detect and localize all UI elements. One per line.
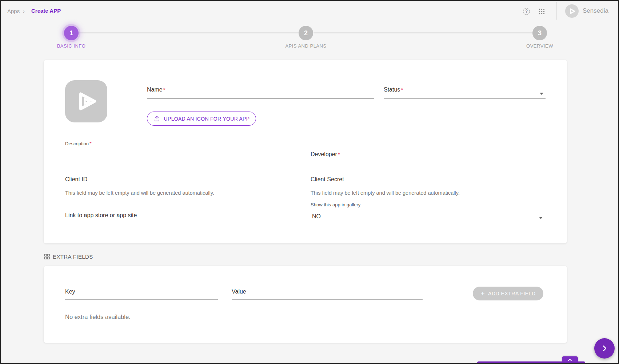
- collapsed-footer-bar: [477, 361, 585, 364]
- grid-dots-glyph: [538, 8, 545, 15]
- upload-button-label: UPLOAD AN ICON FOR YOUR APP: [164, 116, 250, 122]
- empty-message: No extra fields available.: [65, 314, 131, 320]
- status-label: Status: [384, 86, 400, 93]
- play-logo-icon: [74, 89, 99, 114]
- client-secret-label: Client Secret: [311, 176, 344, 182]
- client-secret-helper: This field may be left empty and will be…: [311, 190, 460, 196]
- key-input[interactable]: Key: [65, 288, 218, 300]
- app-store-link-input[interactable]: Link to app store or app site: [65, 212, 300, 223]
- plus-icon: +: [480, 290, 485, 297]
- create-app-page: Apps › Create APP ? Sensedia 1 BASIC INF…: [0, 0, 619, 364]
- link-label: Link to app store or app site: [65, 212, 137, 218]
- sensedia-logo-icon[interactable]: [565, 4, 579, 18]
- step-1-label: BASIC INFO: [42, 43, 100, 49]
- value-input[interactable]: Value: [232, 288, 423, 300]
- developer-input[interactable]: Developer*: [311, 151, 545, 163]
- breadcrumb-apps-link[interactable]: Apps: [7, 8, 20, 14]
- chevron-up-icon: [567, 358, 572, 362]
- developer-label: Developer: [311, 151, 337, 157]
- brand-name: Sensedia: [583, 7, 608, 15]
- client-id-helper: This field may be left empty and will be…: [65, 190, 214, 196]
- client-id-label: Client ID: [65, 176, 87, 182]
- extra-fields-card: [44, 266, 567, 343]
- breadcrumb-current: Create APP: [31, 8, 61, 14]
- add-extra-field-label: ADD EXTRA FIELD: [488, 291, 535, 296]
- caret-down-icon: [540, 93, 543, 95]
- logo-glyph: [568, 7, 576, 15]
- header-divider: [556, 2, 557, 20]
- gallery-label: Show this app in gallery: [311, 202, 360, 207]
- client-secret-input[interactable]: Client Secret: [311, 176, 545, 187]
- help-icon[interactable]: ?: [523, 8, 530, 15]
- footer-expand-handle[interactable]: [562, 356, 578, 362]
- status-select[interactable]: Status*: [384, 86, 546, 99]
- key-label: Key: [65, 288, 75, 295]
- required-marker: *: [163, 86, 165, 93]
- stepper-connector: [314, 32, 532, 33]
- step-3-circle: 3: [532, 26, 547, 40]
- upload-icon-button[interactable]: UPLOAD AN ICON FOR YOUR APP: [147, 112, 256, 126]
- apps-grid-icon[interactable]: [538, 8, 545, 15]
- required-marker: *: [89, 140, 92, 146]
- upload-icon: [153, 115, 160, 122]
- value-label: Value: [232, 288, 246, 295]
- required-marker: *: [401, 86, 403, 93]
- next-step-button[interactable]: [594, 338, 615, 359]
- required-marker: *: [338, 151, 340, 157]
- extra-fields-title: EXTRA FIELDS: [53, 254, 93, 260]
- name-label: Name: [147, 86, 163, 93]
- gallery-select[interactable]: Show this app in gallery NO: [311, 201, 545, 223]
- gallery-value: NO: [312, 213, 321, 220]
- name-input[interactable]: Name*: [147, 86, 374, 99]
- app-icon-placeholder: [65, 80, 107, 122]
- description-label: Description: [65, 141, 89, 146]
- step-3-label: OVERVIEW: [511, 43, 569, 49]
- breadcrumb-separator-icon: ›: [23, 8, 25, 14]
- client-id-input[interactable]: Client ID: [65, 176, 300, 187]
- step-2-circle: 2: [299, 26, 313, 40]
- extra-fields-icon: [44, 253, 50, 260]
- chevron-right-icon: [600, 344, 609, 353]
- step-2-label: APIS AND PLANS: [273, 43, 339, 49]
- stepper-connector: [79, 32, 299, 33]
- add-extra-field-button[interactable]: + ADD EXTRA FIELD: [473, 287, 543, 300]
- step-1-circle[interactable]: 1: [64, 26, 79, 40]
- caret-down-icon: [539, 217, 543, 219]
- description-input[interactable]: Description*: [65, 140, 300, 163]
